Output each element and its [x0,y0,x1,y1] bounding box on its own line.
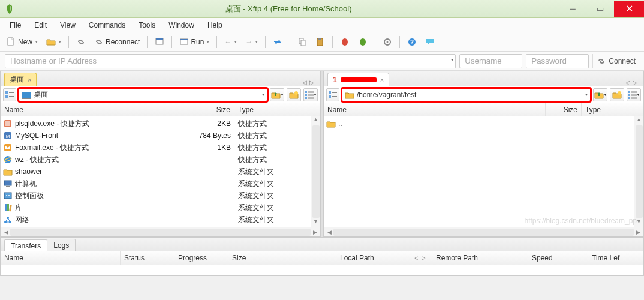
paste-button[interactable] [312,35,328,49]
col-name[interactable]: Name [1,103,186,116]
local-scrollbar-h[interactable]: ◀▶ [1,227,320,236]
tcol-remotepath[interactable]: Remote Path [432,251,528,265]
chevron-down-icon[interactable]: ▾ [262,92,264,97]
properties-button[interactable] [152,35,167,49]
tab-scroll-left-icon[interactable]: ◁ [302,79,307,86]
list-item[interactable]: shaowei系统文件夹 [1,166,320,178]
svg-rect-24 [305,97,307,99]
help-button[interactable]: ? [404,35,420,49]
password-input[interactable] [526,54,589,68]
hostname-dropdown-icon[interactable]: ▾ [451,57,453,62]
tcol-direction[interactable]: <--> [408,251,432,265]
reconnect-button[interactable]: Reconnect [91,35,143,49]
svg-rect-36 [6,186,10,187]
username-input[interactable] [459,54,522,68]
local-path-input[interactable]: 桌面 ▾ [19,88,267,101]
copy-button[interactable] [294,35,310,49]
tcol-speed[interactable]: Speed [528,251,588,265]
menu-help[interactable]: Help [201,20,228,31]
chevron-down-icon[interactable]: ▾ [585,92,588,97]
chat-button[interactable] [422,35,438,49]
local-scrollbar-v[interactable]: ▲▼ [311,116,320,227]
menu-window[interactable]: Window [162,20,200,31]
list-item[interactable]: plsqldev.exe - 快捷方式2KB快捷方式 [1,118,320,130]
run-button[interactable]: Run▾ [176,35,212,49]
svg-rect-40 [5,204,7,211]
remote-listmode-button[interactable]: ▾ [627,88,641,101]
menu-edit[interactable]: Edit [28,20,53,31]
close-icon[interactable]: × [380,76,384,83]
svg-rect-41 [7,204,9,211]
list-item[interactable]: 计算机系统文件夹 [1,178,320,190]
tab-scroll-right-icon[interactable]: ▷ [309,79,314,86]
menu-file[interactable]: File [4,20,27,31]
hostname-input[interactable] [5,54,456,68]
tcol-timeleft[interactable]: Time Lef [588,251,643,265]
list-item[interactable]: 库系统文件夹 [1,202,320,214]
tcol-size[interactable]: Size [228,251,336,265]
list-item[interactable]: MMySQL-Front784 Bytes快捷方式 [1,130,320,142]
svg-rect-4 [180,39,188,40]
tab-scroll-left-icon[interactable]: ◁ [625,79,630,86]
minimize-button[interactable]: ─ [559,1,586,17]
tab-scroll-right-icon[interactable]: ▷ [633,79,637,86]
svg-rect-48 [332,92,337,93]
new-button[interactable]: New▾ [4,35,41,49]
local-up-button[interactable]: ▾ [270,88,284,101]
tab-logs[interactable]: Logs [47,239,76,251]
col-size[interactable]: Size [546,103,582,116]
svg-rect-54 [631,91,637,93]
tcol-progress[interactable]: Progress [174,251,228,265]
list-item[interactable]: 网络系统文件夹 [1,214,320,226]
nav-back-button[interactable]: ←▾ [221,35,240,49]
remote-viewmode-button[interactable] [326,88,339,101]
sync-button[interactable] [270,35,285,49]
svg-rect-22 [305,91,307,93]
file-name: 网络 [15,215,29,225]
local-viewmode-button[interactable] [3,88,16,101]
list-item[interactable]: 控制面板系统文件夹 [1,190,320,202]
list-item[interactable]: wz - 快捷方式快捷方式 [1,154,320,166]
local-tab-desktop[interactable]: 桌面 × [4,73,37,86]
col-type[interactable]: Type [234,103,320,116]
list-item[interactable]: .. [324,118,643,130]
connect-button[interactable]: Connect [592,54,639,68]
col-type[interactable]: Type [582,103,643,116]
app-logo-icon [5,4,14,14]
svg-rect-17 [9,92,14,93]
close-icon[interactable]: × [28,76,31,83]
tcol-localpath[interactable]: Local Path [336,251,408,265]
link-button[interactable] [73,35,89,49]
remote-newfolder-button[interactable] [610,88,624,101]
svg-rect-51 [628,91,630,93]
open-button[interactable]: ▾ [43,35,64,49]
settings-button[interactable] [380,35,395,49]
list-item[interactable]: Foxmail.exe - 快捷方式1KB快捷方式 [1,142,320,154]
remote-scrollbar-v[interactable]: ▲▼ [634,116,643,227]
close-button[interactable]: ✕ [614,1,644,17]
svg-rect-20 [22,98,31,99]
col-size[interactable]: Size [186,103,234,116]
bug-red-icon[interactable] [337,35,353,49]
tab-transfers[interactable]: Transfers [4,239,47,251]
maximize-button[interactable]: ▭ [586,1,614,17]
tcol-name[interactable]: Name [1,251,121,265]
svg-rect-19 [22,92,31,98]
file-type: 快捷方式 [234,155,320,165]
local-listmode-button[interactable]: ▾ [303,88,318,101]
bug-green-icon[interactable] [355,35,371,49]
menu-tools[interactable]: Tools [133,20,161,31]
file-name: Foxmail.exe - 快捷方式 [15,143,89,153]
local-newfolder-button[interactable] [287,88,301,101]
col-name[interactable]: Name [324,103,546,116]
svg-point-50 [618,91,621,95]
remote-path-input[interactable]: /home/vagrant/test ▾ [342,88,591,101]
nav-forward-button[interactable]: →▾ [242,35,261,49]
menu-view[interactable]: View [54,20,82,31]
file-type: 系统文件夹 [234,191,320,201]
menu-commands[interactable]: Commands [83,20,131,31]
remote-tab-host[interactable]: 1 × [327,73,389,86]
remote-up-button[interactable]: ▾ [593,88,607,101]
tcol-status[interactable]: Status [121,251,174,265]
remote-scrollbar-h[interactable]: ◀▶ [324,227,643,236]
